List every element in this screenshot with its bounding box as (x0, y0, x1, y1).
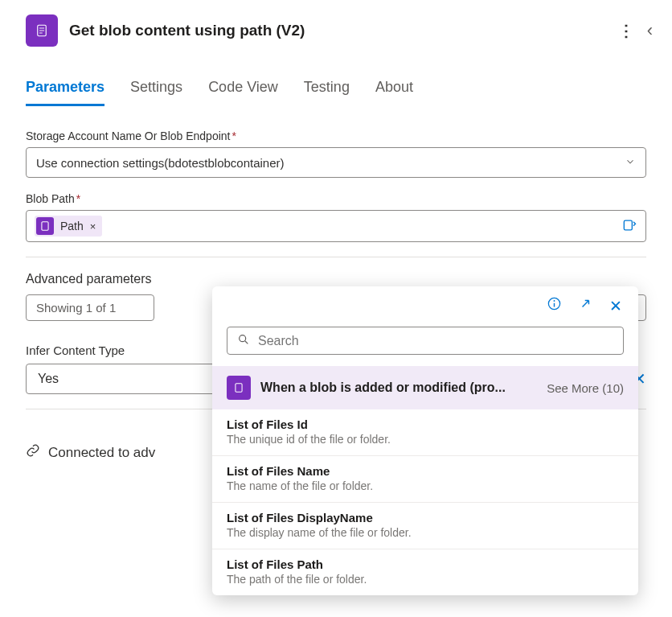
connection-text: Connected to adv (48, 445, 155, 461)
token-label: Path (60, 220, 84, 232)
tab-about[interactable]: About (375, 79, 413, 106)
storage-account-select[interactable]: Use connection settings(bdotestblobconta… (26, 147, 646, 178)
tab-bar: Parameters Settings Code View Testing Ab… (0, 53, 672, 107)
dc-item-desc: The name of the file or folder. (227, 479, 624, 492)
svg-point-9 (240, 335, 246, 342)
search-icon (237, 333, 250, 348)
field-storage-account: Storage Account Name Or Blob Endpoint* U… (26, 130, 646, 178)
svg-rect-11 (236, 384, 242, 393)
dynamic-content-popover: ✕ When a blob is added or modified (pro.… (212, 286, 638, 595)
panel-header: Get blob content using path (V2) ⋮ ‹ (0, 0, 672, 53)
dc-item-title: List of Files Name (227, 464, 624, 478)
token-connector-icon (36, 217, 54, 235)
dc-item-desc: The unique id of the file or folder. (227, 433, 624, 446)
dynamic-content-group-header: When a blob is added or modified (pro...… (212, 366, 638, 409)
collapse-icon[interactable]: ‹ (647, 20, 653, 41)
svg-rect-5 (624, 220, 632, 230)
storage-account-label: Storage Account Name Or Blob Endpoint* (26, 130, 646, 142)
dc-item-desc: The path of the file or folder. (227, 573, 624, 586)
storage-account-value: Use connection settings(bdotestblobconta… (36, 156, 285, 170)
tab-testing[interactable]: Testing (304, 79, 350, 106)
group-connector-icon (227, 376, 251, 400)
blob-path-label: Blob Path* (26, 192, 646, 205)
panel-title: Get blob content using path (V2) (69, 22, 607, 39)
link-icon (26, 443, 40, 462)
dc-item-title: List of Files Id (227, 418, 624, 431)
advanced-parameters-label: Advanced parameters (26, 272, 162, 286)
dynamic-content-item[interactable]: List of Files DisplayName The display na… (212, 503, 638, 549)
dc-item-desc: The display name of the file or folder. (227, 526, 624, 539)
advanced-showing-select[interactable]: Showing 1 of 1 (26, 294, 154, 321)
tab-code-view[interactable]: Code View (208, 79, 278, 106)
dynamic-content-item[interactable]: List of Files Name The name of the file … (212, 456, 638, 503)
popover-search-input[interactable] (258, 334, 613, 348)
dc-item-title: List of Files Path (227, 557, 624, 571)
svg-line-10 (245, 341, 248, 343)
dynamic-content-item[interactable]: List of Files Id The unique id of the fi… (212, 409, 638, 456)
tab-settings[interactable]: Settings (130, 79, 182, 106)
popover-search-box[interactable] (227, 327, 624, 355)
connector-icon (26, 14, 58, 47)
chevron-down-icon (625, 156, 636, 170)
more-menu-icon[interactable]: ⋮ (618, 21, 634, 40)
blob-path-input[interactable]: Path × (26, 210, 646, 242)
svg-point-8 (554, 300, 555, 302)
svg-rect-4 (42, 222, 48, 231)
see-more-link[interactable]: See More (10) (547, 381, 624, 395)
close-icon[interactable]: ✕ (609, 297, 622, 315)
popover-toolbar: ✕ (212, 286, 638, 323)
field-blob-path: Blob Path* Path × (26, 192, 646, 242)
info-icon[interactable] (547, 296, 562, 315)
token-remove-icon[interactable]: × (90, 220, 96, 232)
dynamic-content-icon[interactable] (621, 217, 637, 236)
group-title: When a blob is added or modified (pro... (260, 380, 537, 395)
dynamic-content-token[interactable]: Path × (35, 216, 102, 237)
dynamic-content-item[interactable]: List of Files Path The path of the file … (212, 549, 638, 595)
dc-item-title: List of Files DisplayName (227, 511, 624, 524)
divider (26, 257, 646, 257)
advanced-parameters-row: Advanced parameters (26, 272, 646, 286)
expand-icon[interactable] (578, 296, 593, 315)
tab-parameters[interactable]: Parameters (26, 79, 104, 106)
